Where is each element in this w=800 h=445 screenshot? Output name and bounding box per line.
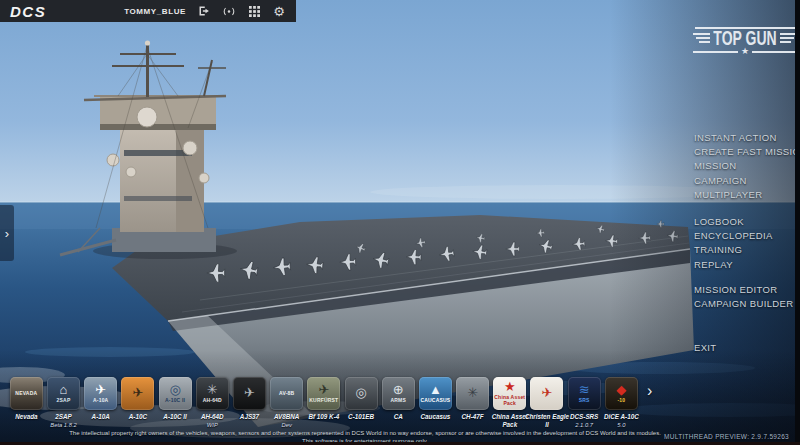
module-glyph-icon: ✳ xyxy=(207,383,218,397)
module-icon: ✳ xyxy=(456,377,489,410)
module-icon: ≋ SRS xyxy=(568,377,601,410)
module-glyph-icon: ✈ xyxy=(95,383,106,397)
module-sublabel: WIP xyxy=(207,422,218,428)
module-icon: ⊕ ARMS xyxy=(382,377,415,410)
module-glyph-icon: ★ xyxy=(504,380,516,394)
module-bar: NEVADA Nevada ⌂ 2SAP 2SAP Beta 1.8.2 ✈ A… xyxy=(9,377,639,430)
module-glyph-icon: ✈ xyxy=(132,386,143,400)
module-tile-ca[interactable]: ⊕ ARMS CA xyxy=(381,377,416,422)
module-label: DiCE A-10C xyxy=(598,413,644,421)
disclaimer-line-1: The intellectual property right owners o… xyxy=(10,430,720,438)
module-sublabel: Beta 1.8.2 xyxy=(50,422,76,428)
module-glyph-icon: ✈ xyxy=(542,386,553,400)
module-sublabel: Dev xyxy=(282,422,292,428)
version-label: MULTITHREAD PREVIEW: 2.9.7.59263 xyxy=(664,433,789,440)
module-tile-dcs-srs[interactable]: ≋ SRS DCS-SRS 2.1.0.7 xyxy=(567,377,602,428)
module-glyph-icon: ⌂ xyxy=(60,383,68,397)
menu-item-exit[interactable]: EXIT xyxy=(694,341,800,355)
module-icon: ✈ KURFÜRST xyxy=(307,377,340,410)
module-tile-a-10c-ii[interactable]: ◎ A-10C II A-10C II xyxy=(158,377,193,422)
module-sublabel: 2.1.0.7 xyxy=(575,422,593,428)
module-tile-a-10a[interactable]: ✈ A-10A A-10A xyxy=(83,377,118,422)
module-tile-2sap[interactable]: ⌂ 2SAP 2SAP Beta 1.8.2 xyxy=(46,377,81,428)
module-icon: ▲ CAUCASUS xyxy=(419,377,452,410)
module-icon: ◎ A-10C II xyxy=(159,377,192,410)
module-icon: ✈ xyxy=(121,377,154,410)
menu-item-encyclopedia[interactable]: ENCYCLOPEDIA xyxy=(694,229,800,243)
module-icon: ✈ A-10A xyxy=(84,377,117,410)
modules-grid-icon[interactable] xyxy=(247,4,261,18)
module-glyph-icon: ◎ xyxy=(355,386,366,400)
module-icon: NEVADA xyxy=(10,377,43,410)
module-glyph-icon: ◆ xyxy=(616,383,626,397)
menu-item-logbook[interactable]: LOGBOOK xyxy=(694,215,800,229)
module-tile-bf-109-k-4[interactable]: ✈ KURFÜRST Bf 109 K-4 xyxy=(307,377,342,422)
menu-item-instant-action[interactable]: INSTANT ACTION xyxy=(694,131,800,145)
module-glyph-icon: ✈ xyxy=(318,383,329,397)
username-label[interactable]: TOMMY_BLUE xyxy=(124,7,186,16)
module-tile-caucasus[interactable]: ▲ CAUCASUS Caucasus xyxy=(418,377,453,422)
module-tile-a-10c[interactable]: ✈ A-10C xyxy=(121,377,156,422)
menu-item-mission-editor[interactable]: MISSION EDITOR xyxy=(694,283,800,297)
menu-item-campaign-builder[interactable]: CAMPAIGN BUILDER xyxy=(694,297,800,311)
module-tile-christen-eagle-ii[interactable]: ✈ Christen Eagle II xyxy=(530,377,565,430)
module-icon: ★ China Asset Pack xyxy=(493,377,526,410)
top-gun-left-wing-icon xyxy=(693,33,710,43)
chevron-right-icon: › xyxy=(5,226,9,241)
news-panel-toggle[interactable]: › xyxy=(0,205,14,261)
right-edge-strip xyxy=(795,0,800,445)
module-icon: ✈ xyxy=(233,377,266,410)
module-icon: ✈ xyxy=(530,377,563,410)
dcs-logo: DCS xyxy=(10,3,46,20)
menu-item-training[interactable]: TRAINING xyxy=(694,243,800,257)
module-glyph-icon: ✈ xyxy=(244,386,255,400)
module-glyph-icon: ◎ xyxy=(169,383,180,397)
menu-item-campaign[interactable]: CAMPAIGN xyxy=(694,174,800,188)
module-icon: ✳ AH-64D xyxy=(196,377,229,410)
settings-gear-icon[interactable]: ⚙ xyxy=(272,4,286,18)
transmit-icon[interactable] xyxy=(222,4,236,18)
top-bar-controls: TOMMY_BLUE ⚙ xyxy=(124,4,286,18)
module-icon: ◆ -10 xyxy=(605,377,638,410)
module-tile-ajs37[interactable]: ✈ AJS37 xyxy=(232,377,267,422)
module-tile-ah-64d[interactable]: ✳ AH-64D AH-64D WIP xyxy=(195,377,230,428)
module-tile-av8bna[interactable]: AV-8B AV8BNA Dev xyxy=(269,377,304,428)
module-glyph-icon: ⊕ xyxy=(393,383,404,397)
module-glyph-icon: ✳ xyxy=(467,386,478,400)
menu-item-mission[interactable]: MISSION xyxy=(694,159,800,173)
module-glyph-icon: ≋ xyxy=(579,383,590,397)
module-tile-nevada[interactable]: NEVADA Nevada xyxy=(9,377,44,422)
module-icon: ⌂ 2SAP xyxy=(47,377,80,410)
module-icon: ◎ xyxy=(345,377,378,410)
module-tile-c-101eb[interactable]: ◎ C-101EB xyxy=(344,377,379,422)
module-glyph-icon: ▲ xyxy=(429,383,442,397)
module-bar-next-icon[interactable]: › xyxy=(647,383,652,399)
module-tile-china-asset-pack[interactable]: ★ China Asset Pack China Asset Pack xyxy=(492,377,527,430)
top-gun-logo: TOP GUN ★ xyxy=(693,27,797,56)
module-sublabel: 5.0 xyxy=(617,422,625,428)
module-tile-ch-47f[interactable]: ✳ CH-47F xyxy=(455,377,490,422)
main-menu: INSTANT ACTION CREATE FAST MISSION MISSI… xyxy=(694,131,800,355)
menu-item-multiplayer[interactable]: MULTIPLAYER xyxy=(694,188,800,202)
top-gun-logo-text: TOP GUN xyxy=(713,28,776,48)
module-icon: AV-8B xyxy=(270,377,303,410)
module-tile-dice-a-10c[interactable]: ◆ -10 DiCE A-10C 5.0 xyxy=(604,377,639,428)
logout-icon[interactable] xyxy=(197,4,211,18)
menu-item-create-fast-mission[interactable]: CREATE FAST MISSION xyxy=(694,145,800,159)
top-bar: DCS TOMMY_BLUE ⚙ xyxy=(0,0,296,22)
menu-item-replay[interactable]: REPLAY xyxy=(694,258,800,272)
